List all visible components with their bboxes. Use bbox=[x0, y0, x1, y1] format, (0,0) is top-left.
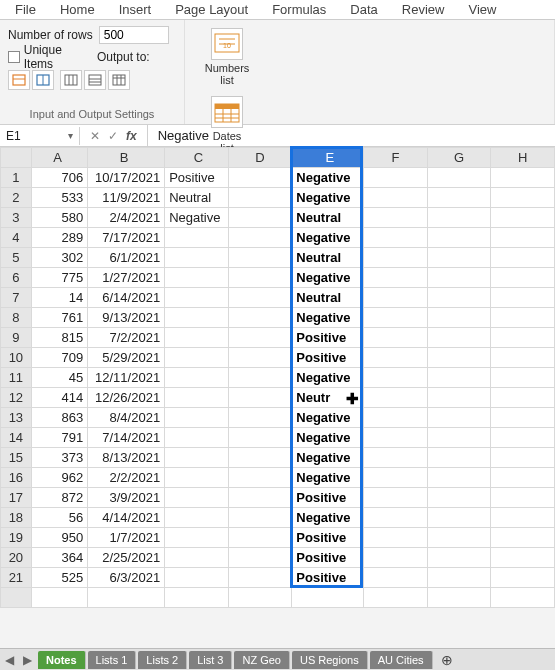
cell[interactable] bbox=[165, 488, 229, 508]
cell[interactable]: 791 bbox=[31, 428, 87, 448]
cell[interactable] bbox=[228, 228, 292, 248]
cell[interactable] bbox=[427, 328, 491, 348]
row-header[interactable]: 11 bbox=[1, 368, 32, 388]
cell[interactable]: 8/4/2021 bbox=[88, 408, 165, 428]
cell[interactable] bbox=[292, 588, 364, 608]
sheet-tab-notes[interactable]: Notes bbox=[38, 651, 86, 669]
cell[interactable]: 1/7/2021 bbox=[88, 528, 165, 548]
cell[interactable] bbox=[364, 188, 428, 208]
cell[interactable]: 525 bbox=[31, 568, 87, 588]
cell[interactable] bbox=[165, 428, 229, 448]
cell[interactable] bbox=[228, 428, 292, 448]
sheet-tab-nz-geo[interactable]: NZ Geo bbox=[234, 651, 290, 669]
cell[interactable]: 2/2/2021 bbox=[88, 468, 165, 488]
cell[interactable] bbox=[228, 448, 292, 468]
cell[interactable] bbox=[364, 208, 428, 228]
cell[interactable] bbox=[491, 408, 555, 428]
row-header[interactable]: 2 bbox=[1, 188, 32, 208]
col-header-D[interactable]: D bbox=[228, 148, 292, 168]
cell[interactable] bbox=[364, 368, 428, 388]
cell[interactable] bbox=[364, 528, 428, 548]
cell[interactable]: Neutral bbox=[292, 248, 364, 268]
cell[interactable] bbox=[228, 508, 292, 528]
name-box-dropdown-icon[interactable]: ▾ bbox=[68, 130, 73, 141]
cell[interactable] bbox=[165, 368, 229, 388]
cell[interactable]: 7/2/2021 bbox=[88, 328, 165, 348]
row-header[interactable]: 7 bbox=[1, 288, 32, 308]
row-header[interactable]: 17 bbox=[1, 488, 32, 508]
cell[interactable] bbox=[228, 468, 292, 488]
cell[interactable]: Negative bbox=[292, 368, 364, 388]
cell[interactable]: 4/14/2021 bbox=[88, 508, 165, 528]
cell[interactable]: 950 bbox=[31, 528, 87, 548]
cell[interactable] bbox=[228, 308, 292, 328]
cell[interactable]: Negative bbox=[292, 508, 364, 528]
cell[interactable]: 14 bbox=[31, 288, 87, 308]
cell[interactable] bbox=[228, 568, 292, 588]
cell[interactable] bbox=[364, 228, 428, 248]
cell[interactable] bbox=[364, 448, 428, 468]
cell[interactable] bbox=[427, 288, 491, 308]
cell[interactable] bbox=[427, 188, 491, 208]
cell[interactable] bbox=[427, 248, 491, 268]
row-header[interactable]: 13 bbox=[1, 408, 32, 428]
cell[interactable]: Negative bbox=[292, 408, 364, 428]
cell[interactable]: Negative bbox=[292, 448, 364, 468]
cell[interactable]: Positive bbox=[292, 568, 364, 588]
cell[interactable] bbox=[165, 228, 229, 248]
cell[interactable] bbox=[165, 308, 229, 328]
cell[interactable] bbox=[427, 528, 491, 548]
cell[interactable] bbox=[364, 588, 428, 608]
cell[interactable] bbox=[228, 548, 292, 568]
cell[interactable]: 6/1/2021 bbox=[88, 248, 165, 268]
cell[interactable] bbox=[228, 268, 292, 288]
cell[interactable] bbox=[364, 408, 428, 428]
cell[interactable] bbox=[364, 348, 428, 368]
row-header[interactable]: 3 bbox=[1, 208, 32, 228]
col-header-C[interactable]: C bbox=[165, 148, 229, 168]
output-icon-3[interactable] bbox=[60, 70, 82, 90]
output-icon-4[interactable] bbox=[84, 70, 106, 90]
cell[interactable]: Negative bbox=[292, 228, 364, 248]
cell[interactable] bbox=[165, 408, 229, 428]
cell[interactable] bbox=[427, 348, 491, 368]
cell[interactable] bbox=[427, 228, 491, 248]
cell[interactable]: Negative bbox=[292, 468, 364, 488]
cell[interactable] bbox=[491, 468, 555, 488]
cell[interactable]: 7/17/2021 bbox=[88, 228, 165, 248]
cell[interactable] bbox=[228, 168, 292, 188]
cell[interactable] bbox=[228, 408, 292, 428]
cell[interactable]: Positive bbox=[292, 328, 364, 348]
cell[interactable] bbox=[364, 548, 428, 568]
cell[interactable] bbox=[165, 568, 229, 588]
cell[interactable] bbox=[491, 548, 555, 568]
output-icon-2[interactable] bbox=[32, 70, 54, 90]
tab-view[interactable]: View bbox=[456, 0, 508, 19]
row-header[interactable]: 12 bbox=[1, 388, 32, 408]
cell[interactable] bbox=[491, 508, 555, 528]
cell[interactable] bbox=[427, 308, 491, 328]
cell[interactable] bbox=[427, 368, 491, 388]
cell[interactable] bbox=[228, 388, 292, 408]
cell[interactable] bbox=[491, 428, 555, 448]
num-rows-input[interactable] bbox=[99, 26, 169, 44]
cell[interactable]: 7/14/2021 bbox=[88, 428, 165, 448]
cell[interactable]: Negative bbox=[292, 188, 364, 208]
cell[interactable] bbox=[165, 548, 229, 568]
cell[interactable]: 10/17/2021 bbox=[88, 168, 165, 188]
cell[interactable]: 5/29/2021 bbox=[88, 348, 165, 368]
sheet-tab-lists-1[interactable]: Lists 1 bbox=[88, 651, 137, 669]
formula-bar[interactable]: Negative bbox=[148, 126, 555, 145]
cell[interactable]: 2/25/2021 bbox=[88, 548, 165, 568]
cell[interactable]: 289 bbox=[31, 228, 87, 248]
cell[interactable] bbox=[165, 388, 229, 408]
cell[interactable] bbox=[364, 508, 428, 528]
row-header[interactable]: 10 bbox=[1, 348, 32, 368]
cell[interactable]: 9/13/2021 bbox=[88, 308, 165, 328]
cell[interactable]: 56 bbox=[31, 508, 87, 528]
cell[interactable]: 3/9/2021 bbox=[88, 488, 165, 508]
cell[interactable]: 580 bbox=[31, 208, 87, 228]
cell[interactable] bbox=[165, 328, 229, 348]
cell[interactable] bbox=[427, 588, 491, 608]
cell[interactable] bbox=[427, 208, 491, 228]
